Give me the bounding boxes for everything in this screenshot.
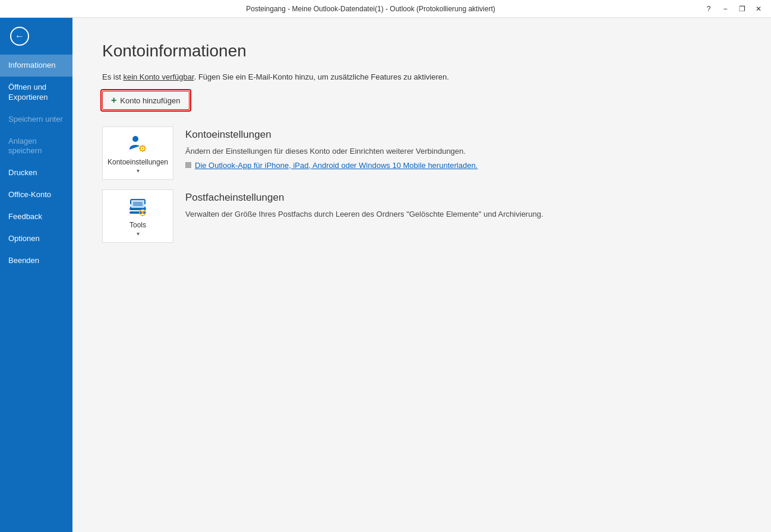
sidebar-item-anlagen-speichern: Anlagen speichern xyxy=(0,131,72,163)
close-button[interactable]: ✕ xyxy=(751,3,766,15)
kontoeinstellungen-icon-box[interactable]: Kontoeinstellungen ▾ xyxy=(102,126,173,180)
kontoeinstellungen-title: Kontoeinstellungen xyxy=(185,129,741,141)
svg-line-9 xyxy=(140,150,141,150)
svg-point-0 xyxy=(132,136,138,142)
info-text-underline: kein Konto verfügbar xyxy=(123,72,194,81)
back-arrow-icon: ← xyxy=(10,27,29,46)
kontoeinstellungen-section: Kontoeinstellungen ▾ Kontoeinstellungen … xyxy=(102,126,741,180)
sidebar-item-optionen[interactable]: Optionen xyxy=(0,228,72,250)
svg-rect-17 xyxy=(133,202,143,206)
content-area: Kontoinformationen Es ist kein Konto ver… xyxy=(72,18,771,532)
svg-point-2 xyxy=(142,147,144,149)
sidebar-item-speichern-unter: Speichern unter xyxy=(0,109,72,131)
maximize-button[interactable]: ❐ xyxy=(734,3,750,15)
add-account-button[interactable]: + Konto hinzufügen xyxy=(102,91,189,110)
link-square-icon xyxy=(185,162,191,168)
svg-line-10 xyxy=(144,145,145,146)
sidebar-item-drucken[interactable]: Drucken xyxy=(0,162,72,184)
kontoeinstellungen-desc: Ändern der Einstellungen für dieses Kont… xyxy=(185,145,741,157)
svg-line-7 xyxy=(140,145,141,146)
kontoeinstellungen-icon xyxy=(127,133,148,154)
title-bar: Posteingang - Meine Outlook-Datendatei(1… xyxy=(0,0,771,18)
app-body: ← Informationen Öffnen und Exportieren S… xyxy=(0,18,771,532)
postfacheinstellungen-desc: Verwalten der Größe Ihres Postfachs durc… xyxy=(185,208,741,220)
back-button[interactable]: ← xyxy=(5,21,34,51)
help-button[interactable]: ? xyxy=(701,3,716,15)
svg-point-19 xyxy=(141,211,144,214)
title-bar-controls: ? − ❐ ✕ xyxy=(701,3,766,15)
postfacheinstellungen-section: Tools ▾ Postfacheinstellungen Verwalten … xyxy=(102,189,741,243)
plus-icon: + xyxy=(111,95,116,106)
sidebar-item-beenden[interactable]: Beenden xyxy=(0,250,72,272)
svg-line-8 xyxy=(144,150,145,150)
postfacheinstellungen-title: Postfacheinstellungen xyxy=(185,192,741,204)
tools-icon-label: Tools xyxy=(129,221,146,229)
page-title: Kontoinformationen xyxy=(102,42,741,61)
kontoeinstellungen-link-container: Die Outlook-App für iPhone, iPad, Androi… xyxy=(185,161,741,170)
kontoeinstellungen-arrow-icon: ▾ xyxy=(137,167,140,174)
kontoeinstellungen-icon-label: Kontoeinstellungen xyxy=(108,158,168,166)
sidebar: ← Informationen Öffnen und Exportieren S… xyxy=(0,18,72,532)
kontoeinstellungen-content: Kontoeinstellungen Ändern der Einstellun… xyxy=(185,126,741,170)
info-text: Es ist kein Konto verfügbar. Fügen Sie e… xyxy=(102,72,741,81)
sidebar-item-office-konto[interactable]: Office-Konto xyxy=(0,184,72,206)
sidebar-nav: Informationen Öffnen und Exportieren Spe… xyxy=(0,55,72,532)
title-bar-text: Posteingang - Meine Outlook-Datendatei(1… xyxy=(40,5,701,13)
minimize-button[interactable]: − xyxy=(718,3,733,15)
sidebar-item-oeffnen-exportieren[interactable]: Öffnen und Exportieren xyxy=(0,77,72,109)
sidebar-item-feedback[interactable]: Feedback xyxy=(0,206,72,228)
postfacheinstellungen-content: Postfacheinstellungen Verwalten der Größ… xyxy=(185,189,741,224)
tools-icon-box[interactable]: Tools ▾ xyxy=(102,189,173,243)
outlook-app-link[interactable]: Die Outlook-App für iPhone, iPad, Androi… xyxy=(195,161,478,170)
add-account-label: Konto hinzufügen xyxy=(120,96,180,105)
tools-icon xyxy=(127,196,148,217)
sidebar-item-informationen[interactable]: Informationen xyxy=(0,55,72,77)
tools-arrow-icon: ▾ xyxy=(137,230,140,237)
